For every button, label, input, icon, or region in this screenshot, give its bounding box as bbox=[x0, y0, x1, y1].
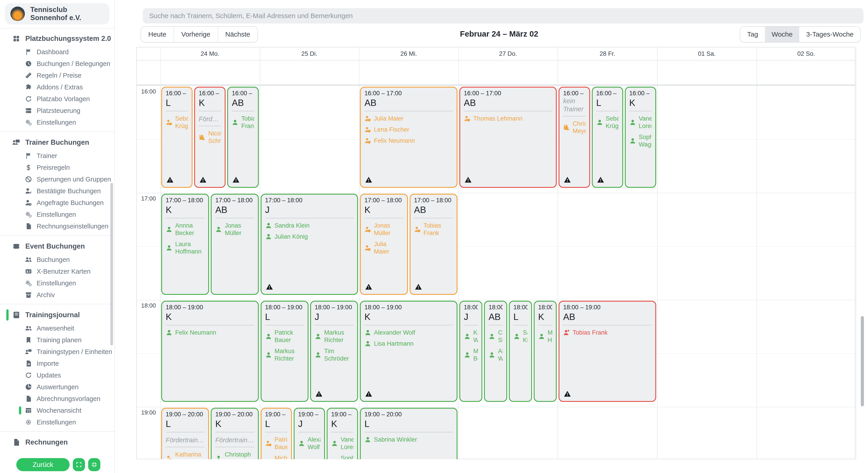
sidebar-section-3[interactable]: Trainingsjournal bbox=[0, 307, 114, 323]
sidebar-item[interactable]: Einstellungen bbox=[0, 116, 114, 128]
event-card[interactable]: 16:00 – 17:00KVanessa LorenzSophie Wagne… bbox=[625, 87, 656, 188]
vorherige-button[interactable]: Vorherige bbox=[174, 27, 218, 42]
sidebar-item[interactable]: Auswertungen bbox=[0, 381, 114, 393]
fullscreen-button[interactable] bbox=[73, 458, 85, 471]
event-card[interactable]: 19:00 – 20:00KFördertrainingChristoph Me… bbox=[211, 408, 258, 459]
sidebar-item[interactable]: Buchungen bbox=[0, 254, 114, 266]
archive-icon bbox=[25, 291, 32, 299]
divider bbox=[414, 218, 453, 218]
heute-button[interactable]: Heute bbox=[141, 27, 174, 42]
sidebar-item[interactable]: Preisregeln bbox=[0, 162, 114, 173]
event-card[interactable]: 16:00 – 17:00ABJulia MaierLena FischerFe… bbox=[360, 87, 458, 188]
event-card[interactable]: 18:00 – 19:00JKatharina WeberMelanie Ber… bbox=[459, 301, 483, 402]
sidebar-item[interactable]: Wochenansicht bbox=[0, 405, 114, 416]
event-card[interactable]: 16:00 – 17:00LSebastian Krüger bbox=[592, 87, 623, 188]
search-input[interactable] bbox=[143, 8, 864, 24]
sidebar-section-label: Trainingsjournal bbox=[25, 311, 80, 319]
club-header[interactable]: Tennisclub Sonnenhof e.V. bbox=[5, 3, 110, 24]
sidebar-scrollbar[interactable] bbox=[110, 183, 113, 345]
sidebar-item[interactable]: Sperrungen und Gruppen bbox=[0, 173, 114, 185]
sidebar-item[interactable]: Rechnungseinstellungen bbox=[0, 221, 114, 232]
participant-name: Tobias Frank bbox=[572, 329, 608, 336]
sidebar-item[interactable]: Trainer bbox=[0, 150, 114, 162]
sidebar-section-2[interactable]: Event Buchungen bbox=[0, 239, 114, 254]
event-card[interactable]: 18:00 – 19:00KMaria Hoffmann bbox=[534, 301, 557, 402]
view-woche-button[interactable]: Woche bbox=[765, 27, 800, 42]
event-title: J bbox=[464, 311, 478, 322]
sidebar-item[interactable]: Archiv bbox=[0, 289, 114, 301]
event-card[interactable]: 17:00 – 18:00JSandra KleinJulian König bbox=[260, 194, 358, 295]
day-header: 25 Di. bbox=[260, 47, 359, 60]
sidebar-item[interactable]: Addons / Extras bbox=[0, 81, 114, 93]
sidebar-item[interactable]: Buchungen / Belegungen bbox=[0, 58, 114, 70]
event-card[interactable]: 16:00 – 17:00LSebastian Krüger bbox=[161, 87, 193, 188]
event-card[interactable]: 16:00 – 17:00ABTobias Frank bbox=[227, 87, 258, 188]
divider bbox=[166, 325, 254, 325]
sidebar-item[interactable]: Abrechnungsvorlagen bbox=[0, 393, 114, 405]
sidebar-item[interactable]: Einstellungen bbox=[0, 209, 114, 221]
sidebar-section-4[interactable]: Rechnungen bbox=[0, 435, 114, 450]
sidebar-item[interactable]: Regeln / Preise bbox=[0, 70, 114, 81]
event-card[interactable]: 19:00 – 20:00LFördertrainingKatharina We… bbox=[161, 408, 209, 459]
participant: Laura Hoffmann bbox=[166, 240, 205, 255]
event-card[interactable]: 19:00 – 20:00KVanessa LorenzSophie Wagne… bbox=[327, 408, 358, 459]
participant-name: Sebastian Krüger bbox=[175, 115, 188, 130]
event-card[interactable]: 17:00 – 18:00KJonas MüllerJulia Maier bbox=[360, 194, 408, 295]
divider bbox=[596, 111, 619, 111]
event-card[interactable]: 16:00 – 17:00ABThomas Lehmann bbox=[459, 87, 557, 188]
event-card[interactable]: 18:00 – 19:00JMarkus RichterTim Schröder bbox=[310, 301, 358, 402]
collapse-button[interactable] bbox=[88, 458, 100, 471]
sidebar-item[interactable]: Platzsteuerung bbox=[0, 105, 114, 116]
event-card[interactable]: 18:00 – 19:00ABClaudia SteinAlexander Wo… bbox=[484, 301, 507, 402]
sidebar-item-label: Addons / Extras bbox=[37, 83, 83, 91]
calendar-scrollbar[interactable] bbox=[861, 316, 864, 406]
participant: Patrick Bauer bbox=[265, 436, 287, 451]
sidebar-item[interactable]: Updates bbox=[0, 369, 114, 381]
view-3-tages-woche-button[interactable]: 3-Tages-Woche bbox=[799, 27, 860, 42]
divider bbox=[199, 126, 221, 126]
sidebar-item[interactable]: X-Benutzer Karten bbox=[0, 266, 114, 277]
divider bbox=[315, 325, 353, 325]
gear-icon bbox=[25, 418, 32, 426]
back-button[interactable]: Zurück bbox=[16, 458, 70, 471]
sidebar-item[interactable]: Dashboard bbox=[0, 46, 114, 58]
event-card[interactable]: 18:00 – 19:00KFelix Neumann bbox=[161, 301, 259, 402]
sidebar-item[interactable]: Bestätigte Buchungen bbox=[0, 185, 114, 197]
person-icon bbox=[265, 233, 272, 240]
event-card[interactable]: 17:00 – 18:00ABTobias Frank bbox=[410, 194, 458, 295]
event-card[interactable]: 18:00 – 19:00KAlexander WolfLisa Hartman… bbox=[360, 301, 458, 402]
event-card[interactable]: 17:00 – 18:00KAnnna BeckerLaura Hoffmann bbox=[161, 194, 209, 295]
divider bbox=[364, 218, 403, 218]
day-header: 27 Do. bbox=[458, 47, 558, 60]
event-card[interactable]: 17:00 – 18:00ABJonas Müller bbox=[211, 194, 258, 295]
participant-name: Sabrina Winkler bbox=[374, 436, 417, 443]
view-tag-button[interactable]: Tag bbox=[740, 27, 765, 42]
event-card[interactable]: 18:00 – 19:00LPatrick BauerMarkus Richte… bbox=[260, 301, 309, 402]
participant-name: Lisa Hartmann bbox=[374, 340, 414, 347]
sidebar-item[interactable]: Einstellungen bbox=[0, 277, 114, 289]
event-card[interactable]: 19:00 – 20:00JAlexander Wolf bbox=[293, 408, 325, 459]
participant: Vanessa Lorenz bbox=[331, 436, 353, 451]
person-icon bbox=[331, 440, 338, 447]
event-card[interactable]: 16:00 – 17:00KFördertrainingNicole Schne… bbox=[194, 87, 225, 188]
sidebar-item[interactable]: Importe bbox=[0, 358, 114, 369]
event-card[interactable]: 18:00 – 19:00ABTobias Frank bbox=[559, 301, 656, 402]
participant-name: Alexander Wolf bbox=[374, 329, 415, 336]
event-card[interactable]: 19:00 – 20:00LPatrick BauerMichael Schul… bbox=[260, 408, 292, 459]
event-title: K bbox=[538, 311, 553, 322]
sidebar-item[interactable]: Trainingstypen / Einheiten planen bbox=[0, 346, 114, 358]
event-card[interactable]: 18:00 – 19:00LSandra Klein bbox=[509, 301, 532, 402]
event-title: L bbox=[265, 311, 304, 322]
sidebar-item[interactable]: Angefragte Buchungen bbox=[0, 197, 114, 209]
event-card[interactable]: 19:00 – 20:00LSabrina Winkler bbox=[360, 408, 458, 459]
sidebar-item[interactable]: Training planen bbox=[0, 334, 114, 346]
sidebar-section-0[interactable]: Platzbuchungssystem 2.0 bbox=[0, 31, 114, 46]
sidebar-item[interactable]: Anwesenheit bbox=[0, 323, 114, 334]
person-icon bbox=[166, 244, 173, 251]
sidebar-item[interactable]: Platzabo Vorlagen bbox=[0, 93, 114, 105]
nächste-button[interactable]: Nächste bbox=[218, 27, 257, 42]
sidebar-item[interactable]: Einstellungen bbox=[0, 416, 114, 428]
warning-icon bbox=[563, 176, 571, 183]
event-card[interactable]: 16:00 – 17:00kein TrainerChristoph Meyer bbox=[559, 87, 590, 188]
sidebar-section-1[interactable]: Trainer Buchungen bbox=[0, 135, 114, 150]
